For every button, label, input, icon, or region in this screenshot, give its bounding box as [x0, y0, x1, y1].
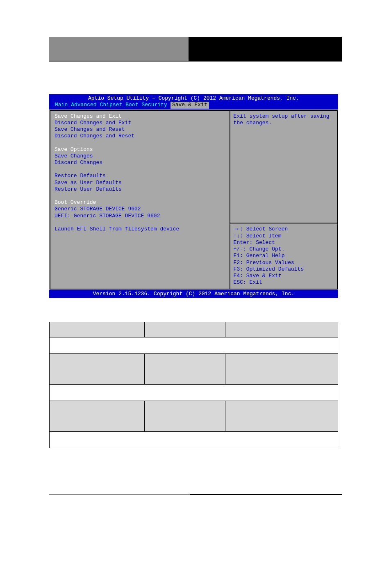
bios-window: Aptio Setup Utility – Copyright (C) 2012…	[49, 94, 338, 298]
table-cell	[145, 401, 225, 432]
bios-body: Save Changes and Exit Discard Changes an…	[49, 109, 338, 290]
key-f4: F4: Save & Exit	[234, 273, 334, 279]
menu-save-changes-reset[interactable]: Save Changes and Reset	[55, 126, 225, 133]
key-esc: ESC: Exit	[234, 279, 334, 286]
bios-help-pane: Exit system setup after saving the chang…	[230, 110, 338, 289]
bios-footer: Version 2.15.1236. Copyright (C) 2012 Am…	[49, 290, 338, 298]
tab-save-exit[interactable]: Save & Exit	[170, 102, 209, 108]
table-row	[50, 337, 338, 354]
tab-security[interactable]: Security	[141, 102, 167, 108]
menu-uefi-generic-storage[interactable]: UEFI: Generic STORAGE DEVICE 9602	[55, 213, 225, 219]
section-save-options: Save Options	[55, 146, 225, 153]
key-f1: F1: General Help	[234, 253, 334, 259]
header-right	[189, 37, 342, 62]
header-left	[49, 37, 189, 62]
bios-menu: Save Changes and Exit Discard Changes an…	[50, 110, 230, 289]
table-row	[50, 385, 338, 401]
spacer	[55, 193, 225, 199]
tab-advanced[interactable]: Advanced	[71, 102, 96, 108]
key-change-opt: +/-: Change Opt.	[234, 246, 334, 253]
menu-discard-changes-reset[interactable]: Discard Changes and Reset	[55, 133, 225, 139]
tab-chipset[interactable]: Chipset	[100, 102, 123, 108]
menu-save-user-defaults[interactable]: Save as User Defaults	[55, 180, 225, 186]
tab-main[interactable]: Main	[55, 102, 68, 108]
key-select-screen: →←: Select Screen	[234, 226, 334, 232]
key-f3: F3: Optimized Defaults	[234, 266, 334, 273]
table-cell	[225, 401, 338, 432]
table-cell	[145, 322, 225, 337]
table-cell	[50, 401, 145, 432]
key-enter: Enter: Select	[234, 239, 334, 246]
menu-launch-efi-shell[interactable]: Launch EFI Shell from filesystem device	[55, 226, 225, 232]
spacer	[55, 166, 225, 173]
menu-save-changes-exit[interactable]: Save Changes and Exit	[55, 113, 225, 120]
spacer	[55, 219, 225, 226]
key-select-item: ↑↓: Select Item	[234, 233, 334, 239]
table-cell	[145, 354, 225, 385]
table-cell	[225, 322, 338, 337]
page-header	[49, 37, 342, 62]
footer-rule	[49, 494, 342, 495]
bios-tabs[interactable]: Main Advanced Chipset Boot Security Save…	[52, 102, 336, 108]
bios-title: Aptio Setup Utility – Copyright (C) 2012…	[52, 95, 336, 102]
tab-boot[interactable]: Boot	[125, 102, 138, 108]
section-boot-override: Boot Override	[55, 199, 225, 206]
menu-restore-user-defaults[interactable]: Restore User Defaults	[55, 186, 225, 193]
menu-discard-changes[interactable]: Discard Changes	[55, 160, 225, 166]
help-keys: →←: Select Screen ↑↓: Select Item Enter:…	[230, 223, 337, 288]
spacer	[55, 140, 225, 146]
table-row	[50, 432, 338, 448]
table-cell	[50, 354, 145, 385]
key-f2: F2: Previous Values	[234, 260, 334, 266]
table-cell	[50, 322, 145, 337]
bios-title-bar: Aptio Setup Utility – Copyright (C) 2012…	[49, 94, 338, 109]
help-description: Exit system setup after saving the chang…	[230, 111, 337, 223]
menu-discard-changes-exit[interactable]: Discard Changes and Exit	[55, 120, 225, 126]
menu-generic-storage[interactable]: Generic STORAGE DEVICE 9602	[55, 206, 225, 212]
doc-table	[49, 322, 338, 448]
table-cell	[225, 354, 338, 385]
menu-restore-defaults[interactable]: Restore Defaults	[55, 173, 225, 179]
menu-save-changes[interactable]: Save Changes	[55, 153, 225, 160]
